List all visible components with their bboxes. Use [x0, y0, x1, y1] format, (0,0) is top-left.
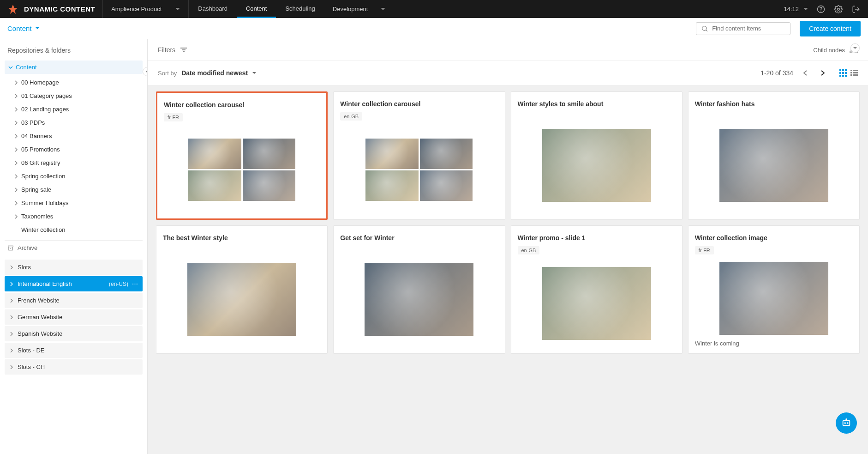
content-card[interactable]: Winter promo - slide 1en-GB: [511, 225, 682, 354]
tree-root-content[interactable]: Content: [5, 61, 143, 74]
archive-row[interactable]: Archive: [5, 240, 143, 255]
card-title: Winter collection image: [695, 234, 853, 242]
folder-item[interactable]: Winter collection: [5, 223, 143, 236]
grid-view-icon[interactable]: [839, 69, 847, 77]
svg-rect-16: [842, 69, 844, 71]
svg-point-5: [702, 26, 706, 30]
svg-point-31: [844, 423, 845, 424]
caret-down-icon: [36, 27, 39, 30]
folder-label: Summer Holidays: [21, 200, 69, 206]
repo-item[interactable]: Slots: [5, 260, 143, 275]
sort-value-dropdown[interactable]: Date modified newest: [181, 69, 256, 77]
help-icon[interactable]: [816, 5, 826, 14]
folder-item[interactable]: Spring collection: [5, 169, 143, 183]
environment-selector[interactable]: Development: [324, 6, 394, 12]
settings-icon[interactable]: [834, 5, 843, 14]
search-input[interactable]: [712, 25, 785, 32]
chevron-right-icon: [14, 94, 18, 98]
folder-item[interactable]: Taxonomies: [5, 210, 143, 223]
content-card[interactable]: Winter collection imagefr-FRWinter is co…: [688, 225, 860, 354]
brand-area: DYNAMIC CONTENT: [0, 0, 103, 18]
chevron-right-icon: [9, 315, 14, 320]
locale-badge: fr-FR: [164, 113, 183, 121]
svg-rect-29: [853, 74, 858, 76]
chevron-right-icon: [14, 201, 18, 206]
content-card[interactable]: The best Winter style: [156, 225, 328, 354]
chevron-right-icon: [9, 298, 14, 303]
folder-item[interactable]: 04 Banners: [5, 129, 143, 143]
chevron-down-icon: [8, 65, 13, 70]
nav-scheduling[interactable]: Scheduling: [276, 0, 324, 18]
card-thumbnail: [163, 252, 321, 347]
svg-point-3: [838, 8, 840, 10]
repo-item[interactable]: International English(en-US)⋯: [5, 276, 143, 291]
create-content-button[interactable]: Create content: [800, 21, 861, 36]
content-dropdown-label: Content: [7, 24, 32, 32]
card-thumbnail: [340, 252, 498, 347]
folder-label: 03 PDPs: [21, 119, 45, 126]
svg-rect-15: [839, 69, 841, 71]
filters-label: Filters: [158, 46, 175, 54]
repo-item[interactable]: French Website: [5, 293, 143, 308]
svg-point-32: [847, 423, 848, 424]
svg-rect-27: [853, 72, 858, 73]
repo-label: French Website: [18, 297, 60, 304]
content-card[interactable]: Winter collection carouselfr-FR: [156, 91, 328, 220]
content-card[interactable]: Winter styles to smile about: [511, 91, 682, 220]
svg-rect-24: [850, 70, 852, 71]
repo-item[interactable]: Spanish Website: [5, 326, 143, 341]
svg-rect-22: [842, 75, 844, 77]
card-title: Winter collection carousel: [164, 101, 320, 109]
folder-item[interactable]: 06 Gift registry: [5, 156, 143, 169]
svg-rect-19: [842, 72, 844, 74]
repo-item[interactable]: Slots - CH: [5, 359, 143, 375]
folder-label: 00 Homepage: [21, 79, 59, 86]
repo-item[interactable]: Slots - DE: [5, 343, 143, 358]
sidebar-collapse-handle[interactable]: [143, 67, 148, 76]
expand-caret[interactable]: [850, 43, 860, 53]
svg-point-2: [821, 11, 821, 11]
content-card[interactable]: Get set for Winter: [333, 225, 505, 354]
repo-item[interactable]: German Website: [5, 309, 143, 325]
clock-selector[interactable]: 14:12: [784, 6, 808, 12]
search-box[interactable]: [696, 22, 790, 35]
brand-name: DYNAMIC CONTENT: [24, 5, 95, 13]
content-card[interactable]: Winter collection carouselen-GB: [333, 91, 505, 220]
chat-fab[interactable]: [836, 412, 857, 434]
folder-item[interactable]: 00 Homepage: [5, 76, 143, 89]
repo-label: Spanish Website: [18, 330, 62, 337]
sidebar: Repositories & folders Content 00 Homepa…: [0, 39, 148, 454]
more-icon[interactable]: ⋯: [132, 280, 138, 287]
tree-root-label: Content: [16, 64, 37, 71]
caret-down-icon: [175, 8, 180, 11]
folder-item[interactable]: 05 Promotions: [5, 143, 143, 156]
pager-prev[interactable]: [800, 67, 811, 79]
card-thumbnail: [164, 127, 320, 212]
card-title: Get set for Winter: [340, 234, 498, 242]
svg-point-34: [846, 419, 847, 420]
nav-content[interactable]: Content: [237, 0, 276, 18]
pager-next[interactable]: [817, 67, 828, 79]
card-thumbnail: [695, 260, 853, 336]
folder-item[interactable]: 03 PDPs: [5, 116, 143, 129]
logout-icon[interactable]: [851, 5, 861, 14]
chevron-right-icon: [14, 214, 18, 219]
filters-button[interactable]: Filters: [158, 46, 187, 54]
archive-label: Archive: [18, 244, 37, 251]
svg-rect-20: [845, 72, 847, 74]
caret-down-icon: [803, 8, 808, 11]
sort-by-label: Sort by: [158, 70, 177, 77]
product-selector[interactable]: Amplience Product: [103, 0, 189, 18]
content-dropdown[interactable]: Content: [7, 24, 39, 32]
nav-dashboard[interactable]: Dashboard: [189, 0, 237, 18]
folder-item[interactable]: 02 Landing pages: [5, 103, 143, 116]
folder-item[interactable]: Summer Holidays: [5, 196, 143, 210]
folder-label: Taxonomies: [21, 213, 53, 220]
folder-item[interactable]: Spring sale: [5, 183, 143, 196]
content-card[interactable]: Winter fashion hats: [688, 91, 860, 220]
list-view-icon[interactable]: [850, 69, 858, 77]
locale-badge: en-GB: [518, 246, 540, 254]
svg-rect-26: [850, 72, 852, 73]
folder-item[interactable]: 01 Category pages: [5, 89, 143, 103]
caret-down-icon: [252, 72, 256, 74]
